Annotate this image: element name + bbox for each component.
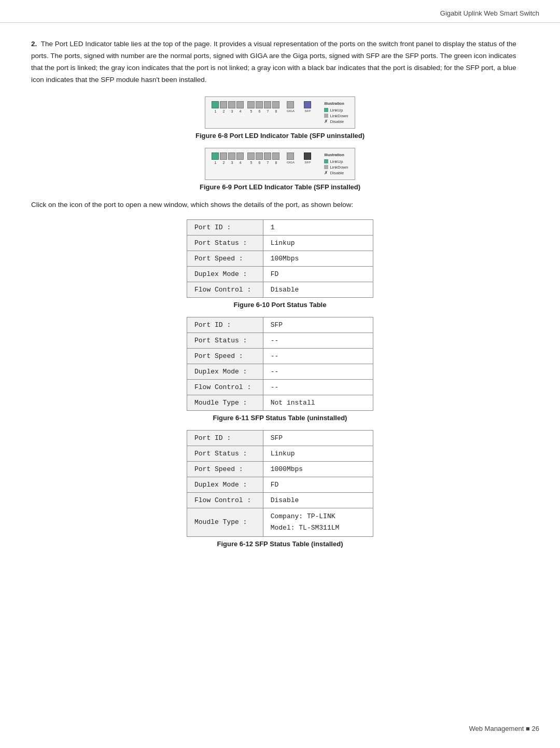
cell-label: Port Speed : [187,348,263,364]
header-title: Gigabit Uplink Web Smart Switch [440,9,539,17]
legend-68: Illustration LinkUp LinkDown ✗ Disable [324,101,348,124]
port-group-5-8: 5 6 7 8 [247,101,279,113]
section-number: 2. [31,40,37,48]
legend-dot-green-68 [324,108,328,112]
port-icon-giga[interactable] [287,101,294,108]
port-group-5-8-69: 5 6 7 8 [247,153,279,164]
port-icon-1-69[interactable] [212,153,219,160]
port-icon-6-69[interactable] [256,153,263,160]
legend-linkup-label-69: LinkUp [330,159,343,164]
port-icon-1[interactable] [212,101,219,108]
port-icon-8-69[interactable] [272,153,279,160]
cell-value: Linkup [263,446,373,461]
port-icon-6[interactable] [256,101,263,108]
diagram-fig69: 1 2 3 4 [31,148,529,180]
port-icon-8[interactable] [272,101,279,108]
port-icon-5[interactable] [247,101,255,108]
cell-label: Port Status : [187,446,263,461]
cell-label: Port Speed : [187,461,263,477]
port-icon-7[interactable] [264,101,271,108]
table-row: Port Speed :1000Mbps [187,461,373,477]
port-group-sfp-68: SFP [301,101,314,113]
cell-label: Flow Control : [187,282,263,297]
cell-label: Port Status : [187,333,263,348]
port-label-giga-69: GIGA [283,161,298,164]
table-row: Port Speed :-- [187,348,373,364]
port-num-5: 5 [247,109,255,113]
port-num-7: 7 [264,109,271,113]
port-icon-giga-69[interactable] [287,153,294,160]
port-group-1-4-69: 1 2 3 4 [212,153,244,164]
caption-fig68: Figure 6-8 Port LED Indicator Table (SFP… [31,132,529,140]
port-num-3-69: 3 [228,161,235,164]
legend-dot-gray-69 [324,165,328,169]
page-header: Gigabit Uplink Web Smart Switch [0,0,560,23]
port-num-8-69: 8 [272,161,279,164]
cell-value: 100Mbps [263,251,373,266]
port-icon-sfp-68[interactable] [304,101,311,108]
diagram-fig68: 1 2 3 4 [31,96,529,129]
port-icon-5-69[interactable] [247,153,255,160]
port-num-7-69: 7 [264,161,271,164]
port-num-5-69: 5 [247,161,255,164]
section2-text: 2. The Port LED Indicator table lies at … [31,38,529,86]
cell-value: Linkup [263,235,373,251]
legend-69: Illustration LinkUp LinkDown ✗ Disable [324,153,348,175]
table-row: Duplex Mode :FD [187,266,373,282]
port-icon-2[interactable] [220,101,227,108]
port-num-2-69: 2 [220,161,227,164]
cell-value: -- [263,333,373,348]
port-row-68: 1 2 3 4 [212,101,314,113]
cell-label: Moudle Type : [187,395,263,410]
table-row-moudle: Moudle Type :Company: TP-LINKModel: TL-S… [187,508,373,536]
diagram-box-68: 1 2 3 4 [205,96,355,129]
legend-linkup-68: LinkUp [324,108,348,113]
legend-linkdown-68: LinkDown [324,114,348,118]
cell-value: 1 [263,219,373,235]
port-row-69: 1 2 3 4 [212,153,314,164]
cell-label: Duplex Mode : [187,266,263,282]
port-num-4: 4 [236,109,244,113]
legend-disable-69: ✗ Disable [324,171,348,175]
legend-linkup-label-68: LinkUp [330,108,343,113]
table-row: Port Speed :100Mbps [187,251,373,266]
port-icon-4[interactable] [236,101,244,108]
port-icon-sfp-69[interactable] [304,153,311,160]
cell-value-moudle: Company: TP-LINKModel: TL-SM311LM [263,508,373,536]
section2-body: The Port LED Indicator table lies at the… [31,40,516,84]
cell-value: -- [263,379,373,395]
legend-disable-label-69: Disable [330,171,344,175]
table-row: Port Status :Linkup [187,235,373,251]
port-num-8: 8 [272,109,279,113]
cell-label: Flow Control : [187,492,263,508]
legend-title-69: Illustration [324,153,348,157]
page-footer: Web Management ■ 26 [448,719,560,738]
cell-label: Port Status : [187,235,263,251]
port-num-1-69: 1 [212,161,219,164]
port-icon-2-69[interactable] [220,153,227,160]
port-icon-3-69[interactable] [228,153,235,160]
cell-value: -- [263,364,373,379]
port-icon-7-69[interactable] [264,153,271,160]
port-icon-4-69[interactable] [236,153,244,160]
caption-fig612: Figure 6-12 SFP Status Table (installed) [31,540,529,548]
table-row: Flow Control :Disable [187,492,373,508]
table-row: Port ID :SFP [187,317,373,333]
diagram-box-69: 1 2 3 4 [205,148,355,180]
port-num-6-69: 6 [256,161,263,164]
port-group-1-4: 1 2 3 4 [212,101,244,113]
legend-dot-green-69 [324,159,328,163]
port-label-sfp-69: SFP [301,161,314,164]
port-status-table: Port ID :1Port Status :LinkupPort Speed … [187,219,373,298]
cell-label: Port Speed : [187,251,263,266]
caption-fig69: Figure 6-9 Port LED Indicator Table (SFP… [31,183,529,191]
legend-disable-label-68: Disable [330,119,344,124]
cell-label-moudle: Moudle Type : [187,508,263,536]
port-label-sfp-68: SFP [301,109,314,113]
port-label-giga: GIGA [283,109,298,113]
port-icon-3[interactable] [228,101,235,108]
port-group-giga: GIGA [283,101,298,113]
ports-icons-69: 1 2 3 4 [212,153,314,164]
table-wrapper-fig611: Port ID :SFPPort Status :--Port Speed :-… [31,317,529,411]
cell-value: Disable [263,282,373,297]
